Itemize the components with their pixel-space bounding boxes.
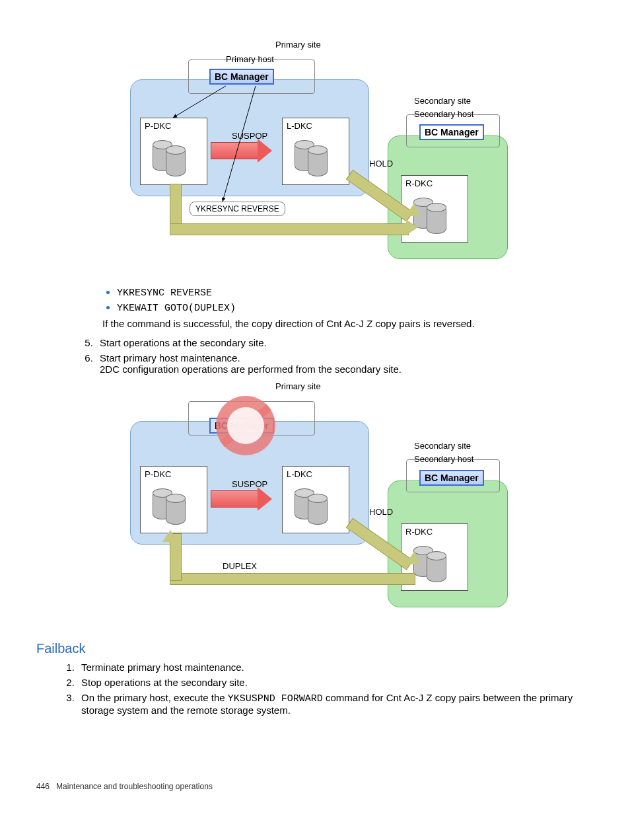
secondary-site-label-2: Secondary site (414, 441, 471, 451)
step-5: Start operations at the secondary site. (96, 337, 580, 348)
step-6-line-1: Start primary host maintenance. (100, 352, 240, 363)
p-dkc-label-2: P-DKC (145, 469, 171, 479)
bc-manager-secondary: BC Manager (419, 124, 484, 140)
bc-manager-primary: BC Manager (209, 69, 274, 85)
duplex-horiz-icon (170, 573, 415, 585)
olive-arrowhead-2-icon (406, 219, 418, 235)
suspop-arrow-icon (211, 142, 258, 159)
body-content: YKRESYNC REVERSE YKEWAIT GOTO(DUPLEX) If… (102, 286, 580, 375)
duplex-label: DUPLEX (223, 561, 257, 571)
secondary-host-label: Secondary host (414, 109, 473, 119)
command-bullets: YKRESYNC REVERSE YKEWAIT GOTO(DUPLEX) (102, 286, 580, 314)
l-dkc-box: L-DKC (282, 118, 349, 185)
step-6-line-2: 2DC configuration operations are perform… (100, 363, 402, 375)
diagram-1: Primary site Primary host BC Manager Sec… (36, 40, 594, 266)
disabled-overlay-icon (216, 396, 275, 455)
step-6: Start primary host maintenance. 2DC conf… (96, 352, 580, 375)
fb3-pre: On the primary host, execute the (81, 692, 228, 703)
hold-label: HOLD (369, 159, 393, 169)
secondary-site-label: Secondary site (414, 96, 471, 106)
suspop-label: SUSPOP (232, 131, 267, 141)
failback-step-3: On the primary host, execute the YKSUSPN… (77, 692, 594, 716)
numbered-steps: Start operations at the secondary site. … (76, 337, 580, 375)
footer-section: Maintenance and troubleshooting operatio… (56, 782, 213, 791)
r-dkc-label-2: R-DKC (405, 527, 433, 537)
suspop-arrow-2-icon (211, 490, 258, 508)
primary-host-label: Primary host (226, 54, 274, 64)
primary-site-label: Primary site (275, 40, 321, 50)
r-dkc-label: R-DKC (405, 178, 433, 188)
l-dkc-label: L-DKC (287, 121, 312, 131)
primary-site-label-2: Primary site (275, 381, 321, 391)
failback-steps: Terminate primary host maintenance. Stop… (57, 662, 594, 716)
secondary-host-label-2: Secondary host (414, 454, 473, 464)
bullet-ykresync: YKRESYNC REVERSE (117, 287, 212, 299)
ykresync-reverse-cmd-box: YKRESYNC REVERSE (190, 202, 285, 216)
suspop-label-2: SUSPOP (232, 479, 267, 489)
olive-horiz-icon (170, 223, 409, 235)
page-footer: 446 Maintenance and troubleshooting oper… (36, 782, 594, 791)
post-bullets-text: If the command is successful, the copy d… (102, 318, 580, 329)
l-dkc-label-2: L-DKC (287, 469, 312, 479)
p-dkc-label: P-DKC (145, 121, 171, 131)
footer-page-num: 446 (36, 782, 50, 791)
duplex-arrowhead-icon (162, 530, 178, 542)
bullet-ykewait: YKEWAIT GOTO(DUPLEX) (117, 303, 236, 314)
failback-heading: Failback (36, 641, 594, 656)
bc-manager-secondary-2: BC Manager (419, 470, 484, 486)
failback-step-2: Stop operations at the secondary site. (77, 677, 594, 688)
failback-step-1: Terminate primary host maintenance. (77, 662, 594, 673)
p-dkc-box: P-DKC (140, 118, 207, 185)
diagram-2: Primary site BC Manager Secondary site S… (36, 381, 594, 615)
l-dkc-box-2: L-DKC (282, 466, 349, 533)
hold-label-2: HOLD (369, 507, 393, 517)
fb3-cmd: YKSUSPND FORWARD (228, 693, 323, 705)
p-dkc-box-2: P-DKC (140, 466, 207, 533)
